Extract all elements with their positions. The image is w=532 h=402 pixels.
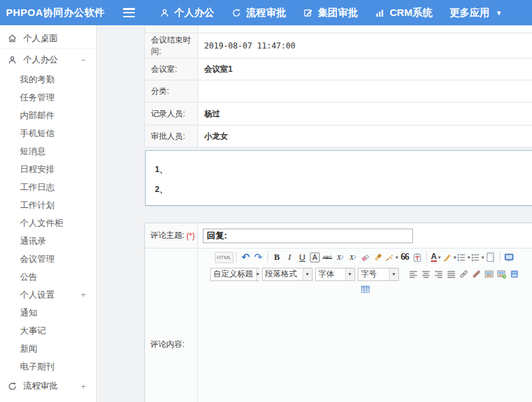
hamburger-icon[interactable] [123, 8, 135, 17]
nav-personal-office[interactable]: 个人办公 [151, 0, 223, 25]
app-logo[interactable]: PHPOA协同办公软件 [0, 7, 123, 19]
clean-format-icon[interactable] [372, 251, 384, 264]
comment-content-row: 评论内容: HTML ↶ ↷ B I U A ABC X2 X2 [145, 249, 532, 402]
sidebar-item-notice[interactable]: 通知 [0, 304, 96, 322]
table-row-meeting-end-time: 会议结束时间: 2019-08-07 11:47:00 [145, 33, 532, 58]
insert-media-icon[interactable] [508, 268, 521, 281]
sidebar-item-major-events[interactable]: 大事记 [0, 322, 96, 340]
align-right-icon[interactable] [432, 268, 445, 281]
align-justify-icon[interactable] [445, 268, 458, 281]
script-base: X [336, 253, 341, 261]
sidebar-item-label: 我的考勤 [20, 74, 55, 86]
paste-from-word-icon[interactable] [411, 251, 424, 264]
toolbar-separator [426, 252, 427, 262]
align-center-icon[interactable] [420, 268, 432, 281]
redo-icon[interactable]: ↷ [252, 251, 265, 264]
new-page-icon[interactable] [484, 251, 497, 264]
sidebar-item-short-message[interactable]: 短消息 [0, 142, 96, 160]
sidebar-item-schedule[interactable]: 日程安排 [0, 160, 96, 178]
sidebar-item-personal-settings[interactable]: 个人设置 + [0, 286, 96, 304]
sidebar-item-news[interactable]: 新闻 [0, 340, 96, 357]
main-content: 会议结束时间: 2019-08-07 11:47:00 会议室: 会议室1 分类… [98, 25, 532, 402]
sidebar-item-work-log[interactable]: 工作日志 [0, 178, 96, 196]
sidebar-item-contacts[interactable]: 通讯录 [0, 232, 96, 250]
user-icon [160, 8, 170, 18]
eraser-icon[interactable] [359, 251, 372, 264]
comment-form: 评论主题: (*) 评论内容: HTML ↶ ↷ B I [144, 223, 532, 402]
expand-icon[interactable]: + [80, 290, 86, 300]
paragraph-format-select[interactable]: 段落格式▾ [262, 268, 313, 281]
content-line: 1、 [155, 159, 532, 179]
source-code-button[interactable]: HTML [215, 252, 233, 263]
rich-text-editor: HTML ↶ ↷ B I U A ABC X2 X2 ▾ 66 [198, 249, 532, 402]
nav-crm[interactable]: CRM系统 [366, 0, 441, 25]
caret-down-icon: ▾ [345, 268, 354, 280]
boxed-a-glyph: A [310, 252, 320, 262]
field-value [198, 26, 532, 33]
sidebar-item-e-journal[interactable]: 电子期刊 [0, 357, 96, 375]
sidebar-item-internal-mail[interactable]: 内部邮件 [0, 106, 96, 124]
insert-image-icon[interactable] [483, 268, 495, 281]
sidebar-item-workflow-approval[interactable]: 流程审批 + [0, 375, 96, 397]
font-style-icon[interactable]: A [309, 251, 321, 264]
sidebar-item-label: 个人桌面 [23, 33, 58, 45]
content-line: 2、 [155, 179, 532, 199]
chart-icon [375, 8, 385, 18]
undo-icon[interactable]: ↶ [239, 251, 252, 264]
subscript-icon[interactable]: X2 [346, 251, 359, 264]
sidebar-item-meeting-management[interactable]: 会议管理 [0, 250, 96, 268]
sidebar-item-personal-desktop[interactable]: 个人桌面 [0, 28, 96, 49]
unordered-list-icon[interactable]: ▾ [470, 251, 484, 264]
sidebar-item-label: 工作日志 [20, 181, 55, 193]
sidebar-item-label: 内部邮件 [20, 110, 55, 122]
sidebar-item-label: 电子期刊 [20, 361, 55, 373]
superscript-icon[interactable]: X2 [334, 251, 346, 264]
sidebar-item-label: 手机短信 [20, 128, 55, 140]
link-icon[interactable] [458, 268, 470, 281]
field-label [145, 26, 198, 33]
insert-table-icon[interactable] [359, 283, 372, 296]
sidebar-item-sms[interactable]: 手机短信 [0, 124, 96, 142]
field-value: 杨过 [198, 102, 532, 126]
table-row-partial [145, 26, 532, 33]
field-label: 评论内容: [150, 339, 184, 350]
highlight-color-icon[interactable]: ▾ [442, 251, 456, 264]
fullscreen-icon[interactable] [503, 251, 515, 264]
bold-icon[interactable]: B [271, 251, 283, 264]
sidebar-item-my-attendance[interactable]: 我的考勤 [0, 70, 96, 88]
home-icon [7, 33, 17, 43]
sidebar-item-announcement[interactable]: 公告 [0, 268, 96, 286]
required-mark: (*) [186, 231, 195, 241]
editor-toolbar-row-1: HTML ↶ ↷ B I U A ABC X2 X2 ▾ 66 [213, 249, 517, 266]
heading-select[interactable]: 自定义标题▾ [210, 268, 259, 281]
ordered-list-icon[interactable]: ▾ [456, 251, 470, 264]
sidebar-item-task-management[interactable]: 任务管理 [0, 88, 96, 106]
sidebar-item-work-plan[interactable]: 工作计划 [0, 196, 96, 214]
meeting-end-time-value: 2019-08-07 11:47:00 [204, 41, 295, 50]
sidebar-item-label: 新闻 [20, 343, 37, 355]
net-image-icon[interactable] [495, 268, 508, 281]
nav-more-apps[interactable]: 更多应用 ▼ [441, 0, 511, 25]
sidebar-item-personal-office[interactable]: 个人办公 − [0, 49, 96, 70]
sidebar-item-personal-files[interactable]: 个人文件柜 [0, 214, 96, 232]
underline-icon[interactable]: U [296, 251, 309, 264]
collapse-icon[interactable]: − [80, 55, 86, 65]
nav-workflow-approval[interactable]: 流程审批 [223, 0, 295, 25]
blockquote-icon[interactable]: 66 [398, 251, 411, 264]
italic-icon[interactable]: I [283, 251, 296, 264]
nav-group-approval[interactable]: 集团审批 [295, 0, 366, 25]
comment-subject-input[interactable] [203, 229, 413, 243]
field-value: 2019-08-07 11:47:00 [198, 33, 532, 58]
font-size-select[interactable]: 字号▾ [358, 268, 399, 281]
toolbar-separator [236, 252, 237, 262]
format-paint-icon[interactable]: ▾ [384, 251, 398, 264]
align-left-icon[interactable] [407, 268, 420, 281]
expand-icon[interactable]: + [80, 381, 86, 391]
script-base: X [349, 253, 354, 261]
table-row-approver: 审批人员: 小龙女 [145, 126, 532, 148]
font-family-select[interactable]: 字体▾ [315, 268, 355, 281]
font-color-icon[interactable]: A▾ [430, 251, 442, 264]
script-mark: 2 [341, 254, 344, 260]
unlink-icon[interactable] [470, 268, 483, 281]
strikethrough-icon[interactable]: ABC [321, 251, 334, 264]
